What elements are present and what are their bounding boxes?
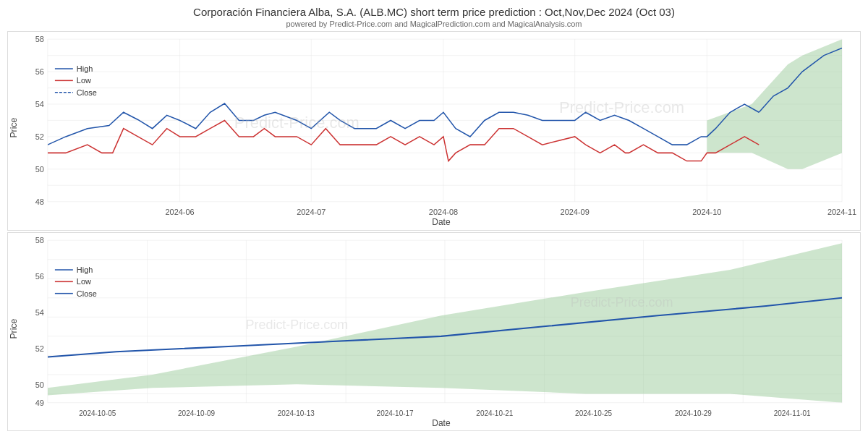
main-container: Corporación Financiera Alba, S.A. (ALB.M… (0, 0, 868, 434)
b-x-oct17: 2024-10-17 (377, 409, 414, 417)
x-label-nov: 2024-11 (827, 208, 856, 216)
legend-low-label: Low (77, 76, 92, 85)
watermark-top-left: Predict-Price.com (234, 113, 359, 131)
legend-close-label: Close (77, 88, 97, 97)
b-y-49: 49 (35, 398, 44, 407)
b-x-nov01: 2024-11-01 (774, 409, 811, 417)
x-label-oct: 2024-10 (692, 208, 721, 216)
b-x-oct29: 2024-10-29 (675, 409, 712, 417)
bottom-chart-svg: 58 56 54 52 50 49 2024-10-05 2024-10-09 … (8, 233, 860, 431)
b-y-52: 52 (35, 344, 44, 353)
y-label-52: 52 (35, 132, 44, 141)
b-x-axis-label: Date (432, 418, 451, 428)
page-title: Corporación Financiera Alba, S.A. (ALB.M… (7, 6, 861, 18)
x-label-aug: 2024-08 (429, 208, 458, 216)
b-x-oct09: 2024-10-09 (178, 409, 215, 417)
b-x-oct21: 2024-10-21 (476, 409, 513, 417)
charts-wrapper: 58 56 54 52 50 48 2024-06 2024-07 2024-0… (7, 31, 861, 431)
bottom-chart-panel: 58 56 54 52 50 49 2024-10-05 2024-10-09 … (7, 232, 861, 432)
b-watermark-left: Predict-Price.com (245, 317, 348, 331)
legend-high-label: High (77, 64, 93, 73)
b-y-50: 50 (35, 380, 44, 389)
y-label-54: 54 (35, 100, 44, 109)
top-chart-svg: 58 56 54 52 50 48 2024-06 2024-07 2024-0… (8, 32, 860, 230)
watermark-top-right: Predict-Price.com (559, 98, 684, 116)
y-label-50: 50 (35, 165, 44, 174)
b-watermark-right: Predict-Price.com (571, 294, 673, 309)
x-label-sep: 2024-09 (561, 208, 590, 216)
b-y-58: 58 (35, 236, 44, 244)
b-y-56: 56 (35, 272, 44, 281)
y-axis-label: Price (9, 117, 19, 137)
y-label-58: 58 (35, 35, 44, 43)
x-axis-label: Date (432, 217, 451, 227)
b-x-oct13: 2024-10-13 (278, 409, 315, 417)
b-y-axis-label: Price (9, 318, 19, 339)
b-y-54: 54 (35, 308, 44, 317)
page-subtitle: powered by Predict-Price.com and Magical… (7, 20, 861, 28)
b-legend-high-label: High (77, 265, 93, 273)
y-label-56: 56 (35, 67, 44, 76)
b-x-oct05: 2024-10-05 (79, 409, 116, 417)
b-legend-low-label: Low (77, 277, 92, 286)
x-label-jun: 2024-06 (165, 208, 194, 216)
b-x-oct25: 2024-10-25 (575, 409, 612, 417)
x-label-jul: 2024-07 (297, 208, 326, 216)
top-chart-panel: 58 56 54 52 50 48 2024-06 2024-07 2024-0… (7, 31, 861, 231)
y-label-48: 48 (35, 197, 44, 206)
b-legend-close-label: Close (77, 289, 97, 297)
